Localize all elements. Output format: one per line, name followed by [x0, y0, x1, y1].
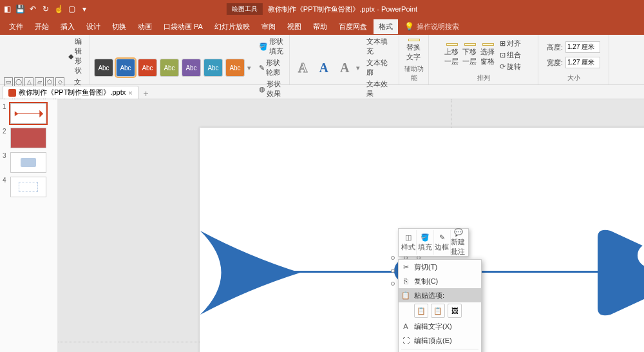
app-icon: ◧ [3, 5, 12, 14]
slide-thumbnails: 1 2 3 4 [0, 99, 58, 352]
touch-icon[interactable]: ☝ [54, 5, 63, 14]
paste-opt-3[interactable]: 🖼 [448, 304, 462, 318]
save-icon[interactable]: 💾 [15, 5, 24, 14]
ctx-edit-points[interactable]: ⛶编辑顶点(E) [399, 333, 481, 347]
close-tab-icon[interactable]: × [128, 89, 132, 97]
ribbon: ▭◯△▱⬠◇ ▢△⬡◯{} ∖╲↘()⋯ ◆编辑形状 A文本框 ◉合并形状 插入… [0, 35, 644, 85]
redo-icon[interactable]: ↻ [41, 5, 50, 14]
tab-format[interactable]: 格式 [374, 19, 398, 34]
mini-comment-button[interactable]: 💬新建批注 [451, 230, 467, 255]
window-title: 教你制作《PPT制作鱼骨图》.pptx - PowerPoint [268, 5, 417, 14]
width-input[interactable] [565, 57, 600, 68]
edit-points-icon: ⛶ [401, 336, 410, 345]
text-outline-button[interactable]: 文本轮廓 [365, 57, 395, 78]
search-placeholder: 操作说明搜索 [417, 22, 459, 32]
edit-text-icon: A [401, 322, 410, 331]
tab-help[interactable]: 帮助 [308, 19, 332, 34]
shape-outline-button[interactable]: ✎形状轮廓 [258, 57, 285, 78]
shape-effects-button[interactable]: ◍形状效果 [258, 79, 285, 99]
bulb-icon: 💡 [404, 22, 414, 31]
tab-pocket[interactable]: 口袋动画 PA [158, 19, 208, 34]
mini-toolbar: ◫样式 🪣填充 ✎边框 💬新建批注 [398, 228, 469, 257]
mini-outline-button[interactable]: ✎边框 [434, 230, 451, 255]
fish-tail-shape[interactable] [197, 224, 307, 321]
qat-more-icon[interactable]: ▾ [80, 5, 89, 14]
selection-pane-button[interactable]: 选择窗格 [480, 43, 496, 66]
width-label: 宽度: [547, 58, 563, 68]
mini-fill-button[interactable]: 🪣填充 [417, 230, 433, 255]
menu-bar: 文件 开始 插入 设计 切换 动画 口袋动画 PA 幻灯片放映 审阅 视图 帮助… [0, 18, 644, 35]
tab-animations[interactable]: 动画 [133, 19, 157, 34]
undo-icon[interactable]: ↶ [28, 5, 37, 14]
height-label: 高度: [547, 43, 563, 52]
align-button[interactable]: ⊞对齐 [498, 38, 522, 49]
tab-baidu[interactable]: 百度网盘 [334, 19, 372, 34]
fish-head-shape[interactable] [591, 218, 644, 328]
paste-opt-2[interactable]: 📋 [431, 304, 445, 318]
slide-canvas[interactable]: ◫样式 🪣填充 ✎边框 💬新建批注 ✂剪切(T) ⎘复制(C) 📋粘贴选项: 📋… [58, 99, 644, 352]
document-tab[interactable]: 教你制作《PPT制作鱼骨图》.pptx × [3, 86, 138, 99]
group-button[interactable]: ⊡组合 [498, 50, 522, 61]
tab-insert[interactable]: 插入 [55, 19, 80, 34]
mini-style-button[interactable]: ◫样式 [400, 230, 417, 255]
bring-forward-button[interactable]: 上移一层 [444, 43, 460, 66]
slideshow-icon[interactable]: ▢ [67, 5, 76, 14]
tab-file[interactable]: 文件 [4, 19, 28, 34]
height-input[interactable] [565, 41, 600, 53]
clipboard-icon: 📋 [401, 291, 410, 300]
add-tab-button[interactable]: + [140, 88, 153, 99]
shape-style-gallery[interactable]: Abc Abc Abc Abc Abc Abc Abc ▾ [94, 59, 251, 77]
alt-text-button[interactable]: 替换文字 [406, 39, 422, 62]
thumb-2[interactable] [10, 128, 46, 148]
context-menu: ✂剪切(T) ⎘复制(C) 📋粘贴选项: 📋 📋 🖼 A编辑文字(X) ⛶编辑顶… [398, 259, 482, 352]
thumb-3[interactable] [10, 152, 46, 173]
thumb-4[interactable] [10, 177, 46, 197]
edit-shape-button[interactable]: ◆编辑形状 [67, 36, 86, 76]
tell-me-search[interactable]: 💡 操作说明搜索 [404, 22, 459, 32]
group-label-acc: 辅助功能 [403, 64, 424, 84]
contextual-tab-label: 绘图工具 [227, 3, 263, 15]
send-backward-button[interactable]: 下移一层 [462, 43, 478, 66]
ctx-cut[interactable]: ✂剪切(T) [399, 260, 481, 274]
tab-slideshow[interactable]: 幻灯片放映 [209, 19, 255, 34]
copy-icon: ⎘ [401, 277, 410, 286]
document-tab-label: 教你制作《PPT制作鱼骨图》.pptx [19, 88, 126, 97]
ctx-edit-text[interactable]: A编辑文字(X) [399, 319, 481, 333]
ctx-paste-label: 📋粘贴选项: [399, 288, 481, 302]
group-label-size: 大小 [567, 73, 580, 84]
tab-home[interactable]: 开始 [30, 19, 54, 34]
text-effects-button[interactable]: 文本效果 [365, 79, 395, 99]
ppt-file-icon [8, 89, 16, 97]
tab-design[interactable]: 设计 [81, 19, 106, 34]
rotate-button[interactable]: ⟳旋转 [498, 61, 522, 72]
text-fill-button[interactable]: 文本填充 [365, 36, 395, 57]
shape-fill-button[interactable]: 🪣形状填充 [258, 36, 285, 57]
thumb-1[interactable] [10, 103, 46, 124]
group-label-arrange: 排列 [477, 73, 490, 84]
tab-view[interactable]: 视图 [282, 19, 307, 34]
tab-review[interactable]: 审阅 [256, 19, 281, 34]
ctx-copy[interactable]: ⎘复制(C) [399, 274, 481, 288]
tab-transitions[interactable]: 切换 [107, 19, 131, 34]
scissors-icon: ✂ [401, 262, 410, 271]
paste-opt-1[interactable]: 📋 [414, 304, 428, 318]
